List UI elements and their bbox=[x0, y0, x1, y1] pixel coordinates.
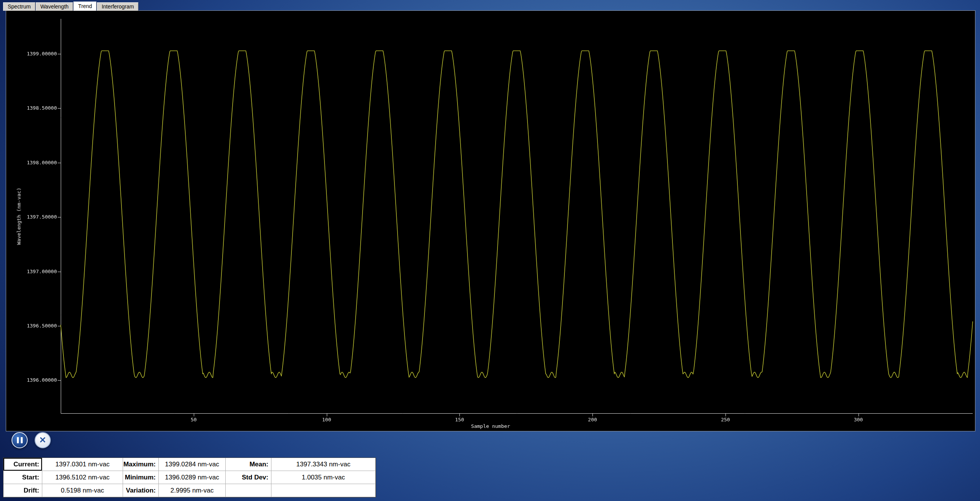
x-tick-label: 200 bbox=[577, 417, 608, 422]
trend-chart-canvas bbox=[6, 11, 975, 431]
trend-plot: Wavelength (nm-vac) Sample number 1399.0… bbox=[6, 10, 975, 431]
stat-value bbox=[271, 484, 376, 497]
pause-icon bbox=[17, 437, 23, 443]
stat-label: Start: bbox=[3, 471, 42, 484]
plot-controls bbox=[12, 432, 51, 448]
stat-label: Std Dev: bbox=[226, 471, 271, 484]
y-tick-label: 1397.00000 bbox=[13, 269, 57, 274]
stat-label bbox=[226, 484, 271, 497]
y-tick-label: 1396.00000 bbox=[13, 377, 57, 382]
stat-value: 1399.0284 nm-vac bbox=[159, 458, 226, 471]
tab-trend[interactable]: Trend bbox=[73, 2, 97, 11]
tab-bar: SpectrumWavelengthTrendInterferogram bbox=[3, 2, 139, 11]
tab-interferogram[interactable]: Interferogram bbox=[97, 2, 138, 11]
stat-label: Mean: bbox=[226, 458, 271, 471]
y-tick-label: 1396.50000 bbox=[13, 323, 57, 328]
pause-button[interactable] bbox=[12, 432, 28, 448]
tab-wavelength[interactable]: Wavelength bbox=[36, 2, 73, 11]
stat-value: 1396.0289 nm-vac bbox=[159, 471, 226, 484]
stat-label: Maximum: bbox=[123, 458, 159, 471]
y-tick-label: 1398.00000 bbox=[13, 160, 57, 165]
stat-label: Drift: bbox=[3, 484, 42, 497]
stat-label: Variation: bbox=[123, 484, 159, 497]
statistics-table: Current:1397.0301 nm-vacMaximum:1399.028… bbox=[3, 458, 376, 498]
y-tick-label: 1398.50000 bbox=[13, 105, 57, 110]
y-tick-label: 1397.50000 bbox=[13, 214, 57, 219]
x-tick-label: 250 bbox=[710, 417, 741, 422]
x-axis-title: Sample number bbox=[6, 423, 975, 429]
stat-label: Minimum: bbox=[123, 471, 159, 484]
stop-button[interactable] bbox=[35, 432, 51, 448]
x-tick-label: 100 bbox=[311, 417, 342, 422]
stat-value: 0.5198 nm-vac bbox=[42, 484, 123, 497]
stat-value: 2.9995 nm-vac bbox=[159, 484, 226, 497]
stat-value: 1397.0301 nm-vac bbox=[42, 458, 123, 471]
stat-value: 1397.3343 nm-vac bbox=[271, 458, 376, 471]
tab-spectrum[interactable]: Spectrum bbox=[3, 2, 35, 11]
y-tick-label: 1399.00000 bbox=[13, 51, 57, 56]
x-tick-label: 300 bbox=[843, 417, 874, 422]
x-tick-label: 150 bbox=[444, 417, 475, 422]
stat-label: Current: bbox=[3, 458, 42, 471]
x-tick-label: 50 bbox=[178, 417, 209, 422]
app-window: SpectrumWavelengthTrendInterferogram Wav… bbox=[0, 0, 980, 501]
stat-value: 1.0035 nm-vac bbox=[271, 471, 376, 484]
x-icon bbox=[39, 436, 46, 444]
stat-value: 1396.5102 nm-vac bbox=[42, 471, 123, 484]
